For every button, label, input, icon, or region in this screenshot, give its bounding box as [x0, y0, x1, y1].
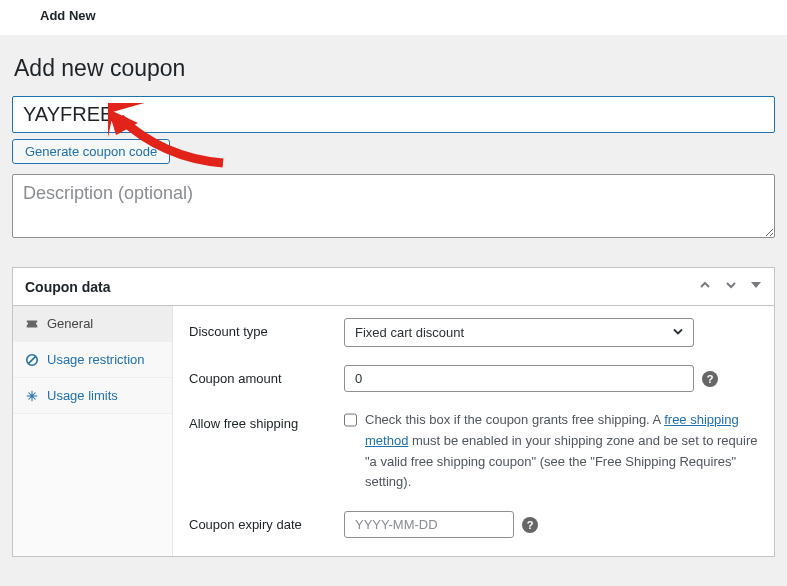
panel-move-down-icon[interactable]	[724, 278, 738, 295]
description-textarea[interactable]	[12, 174, 775, 238]
expiry-date-input[interactable]	[344, 511, 514, 538]
free-shipping-label: Allow free shipping	[189, 410, 344, 431]
help-icon[interactable]: ?	[702, 371, 718, 387]
coupon-amount-label: Coupon amount	[189, 365, 344, 386]
coupon-code-input[interactable]	[12, 96, 775, 133]
coupon-amount-input[interactable]	[344, 365, 694, 392]
breadcrumb-add-new: Add New	[0, 0, 787, 35]
panel-move-up-icon[interactable]	[698, 278, 712, 295]
coupon-data-panel: Coupon data	[12, 267, 775, 557]
tab-general[interactable]: General	[13, 306, 172, 342]
help-icon[interactable]: ?	[522, 517, 538, 533]
tab-label: Usage limits	[47, 388, 118, 403]
tab-label: General	[47, 316, 93, 331]
tab-usage-restriction[interactable]: Usage restriction	[13, 342, 172, 378]
panel-title: Coupon data	[25, 279, 111, 295]
expiry-date-label: Coupon expiry date	[189, 511, 344, 532]
discount-type-label: Discount type	[189, 318, 344, 339]
panel-toggle-icon[interactable]	[750, 278, 762, 295]
limits-icon	[25, 389, 39, 403]
tab-label: Usage restriction	[47, 352, 145, 367]
free-shipping-checkbox[interactable]	[344, 412, 357, 428]
discount-type-select[interactable]: Fixed cart discount	[344, 318, 694, 347]
page-title: Add new coupon	[12, 55, 775, 82]
free-shipping-description: Check this box if the coupon grants free…	[365, 410, 758, 493]
generate-coupon-button[interactable]: Generate coupon code	[12, 139, 170, 164]
svg-line-1	[28, 356, 35, 363]
tab-usage-limits[interactable]: Usage limits	[13, 378, 172, 414]
block-icon	[25, 353, 39, 367]
ticket-icon	[25, 317, 39, 331]
coupon-tabs: General Usage restriction Usage limits	[13, 306, 173, 556]
